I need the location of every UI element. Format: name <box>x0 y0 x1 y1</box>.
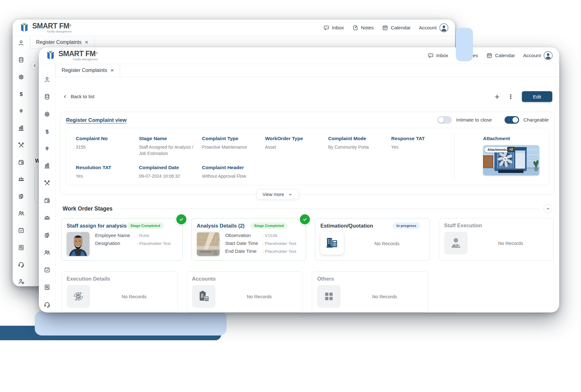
chargeable-label: Chargeable <box>524 117 549 123</box>
sidebar-item-profile[interactable] <box>43 76 51 83</box>
sidebar-item-finance[interactable] <box>43 128 51 135</box>
tab-bar: Register Complaints ✕ <box>56 64 559 77</box>
sidebar-item-wallet[interactable] <box>43 197 51 204</box>
back-to-list-link[interactable]: Back to list <box>63 94 94 99</box>
stage-card-title: Accounts <box>192 276 216 282</box>
sidebar-item-premium[interactable] <box>17 108 25 115</box>
nav-account[interactable]: Account <box>419 23 449 33</box>
account-avatar <box>439 23 449 33</box>
nav-calendar[interactable]: Calendar <box>486 52 515 59</box>
field-complaint-type: Complaint TypeProactive Maintenance <box>202 136 265 157</box>
nav-account[interactable]: Account <box>523 51 553 60</box>
sidebar-item-teams[interactable] <box>43 214 51 221</box>
sidebar-item-support[interactable] <box>43 301 51 308</box>
chargeable-toggle[interactable] <box>505 116 519 124</box>
attachment-thumbnail[interactable]: Attachments +2 <box>483 145 539 175</box>
stages-collapse-button[interactable] <box>543 204 552 213</box>
stage-card-others[interactable]: Others No Records <box>312 271 428 312</box>
sidebar-item-audit[interactable] <box>43 284 51 291</box>
sidebar <box>39 64 55 312</box>
inbox-icon <box>427 52 434 59</box>
sidebar <box>13 36 30 286</box>
staff-execution-icon <box>444 232 468 254</box>
sidebar-item-property[interactable] <box>17 125 25 132</box>
notes-icon <box>352 25 359 31</box>
divider <box>118 209 538 209</box>
brand-name: SMART FM <box>58 50 95 58</box>
field-stage-name: Stage NameStaff Assigned for Analysis / … <box>139 136 202 157</box>
sidebar-item-audit[interactable] <box>17 244 25 251</box>
sidebar-item-maintenance[interactable] <box>17 142 25 149</box>
chevron-down-icon <box>288 192 293 197</box>
nav-notes[interactable]: Notes <box>352 25 374 31</box>
attachment-column: Attachment Attachments +2 <box>454 134 549 179</box>
user-gear-icon <box>18 278 25 285</box>
stages-heading: Work Order Stages <box>63 205 112 212</box>
attachment-label: Attachment <box>483 136 549 141</box>
stage-card-staff-assign[interactable]: Staff assign for analysis Stage Complete… <box>61 218 183 261</box>
stage-cards-row-2: Execution Details No Records Accounts <box>60 271 555 312</box>
sidebar-item-wallet[interactable] <box>17 159 25 166</box>
detail-row: Observation: V1539 <box>225 233 296 238</box>
sidebar-item-customers[interactable] <box>43 249 51 256</box>
edit-button[interactable]: Edit <box>522 91 552 102</box>
header-nav: Inbox Notes Calendar Account <box>427 51 553 60</box>
sidebar-item-account-settings[interactable] <box>17 278 25 285</box>
stage-card-analysis-details[interactable]: Analysis Details (2) Stage Completed Obs… <box>191 218 306 261</box>
tab-close-icon[interactable]: ✕ <box>110 68 114 73</box>
sidebar-item-finance[interactable] <box>17 91 25 98</box>
analysis-photo <box>197 232 220 256</box>
sidebar-item-maintenance[interactable] <box>43 180 51 187</box>
stage-card-execution-details[interactable]: Execution Details No Records <box>61 271 178 312</box>
decorative-blue-tab <box>456 28 473 61</box>
chevron-up-icon <box>546 206 550 211</box>
stage-card-title: Execution Details <box>67 276 110 282</box>
toggle-knob <box>512 117 518 123</box>
stage-card-accounts[interactable]: Accounts No Records <box>187 271 303 312</box>
more-options-button[interactable]: ⋮ <box>508 94 514 100</box>
others-icon <box>317 285 341 308</box>
sidebar-collapse-button[interactable] <box>31 62 39 70</box>
sidebar-item-settings[interactable] <box>17 74 25 80</box>
sidebar-item-schedule[interactable] <box>17 227 25 234</box>
sidebar-item-property[interactable] <box>43 162 51 169</box>
sidebar-item-teams[interactable] <box>17 176 25 183</box>
nav-calendar[interactable]: Calendar <box>382 25 411 31</box>
sidebar-item-master-data[interactable] <box>17 56 25 63</box>
panel-title[interactable]: Register Complaint view <box>66 117 127 123</box>
no-records-text: No Records <box>221 294 298 299</box>
nav-inbox[interactable]: Inbox <box>427 52 448 59</box>
stage-card-estimation[interactable]: Estimation/Quotation In progress No Reco… <box>315 218 430 261</box>
sidebar-item-profile[interactable] <box>17 39 25 46</box>
sidebar-item-premium[interactable] <box>43 146 51 152</box>
sidebar-item-master-data[interactable] <box>43 93 51 100</box>
calendar-check-icon <box>44 266 51 273</box>
toggle-knob <box>438 117 444 123</box>
no-records-text: No Records <box>346 294 423 299</box>
sidebar-item-customers[interactable] <box>17 210 25 217</box>
stage-card-title: Others <box>317 276 334 282</box>
view-more-button[interactable]: View more <box>257 189 299 200</box>
registered-mark: ® <box>95 52 98 55</box>
detail-row: End Date Time: Placeholder Text <box>225 248 296 254</box>
add-button[interactable]: + <box>495 92 499 101</box>
tab-register-complaints[interactable]: Register Complaints ✕ <box>30 36 94 48</box>
account-avatar <box>543 51 553 60</box>
sidebar-item-support[interactable] <box>17 261 25 268</box>
headset-icon <box>44 301 51 308</box>
nav-inbox[interactable]: Inbox <box>323 25 344 31</box>
no-records-text: No Records <box>473 241 548 246</box>
inbox-icon <box>323 25 330 31</box>
intimate-to-close-toggle[interactable] <box>437 116 452 124</box>
decorative-light-blue-bar <box>35 311 227 336</box>
sidebar-item-billing[interactable] <box>43 232 51 239</box>
sidebar-item-settings[interactable] <box>43 111 51 118</box>
app-header: SMART FM® Facility Management Inbox Note… <box>39 47 559 64</box>
tab-register-complaints[interactable]: Register Complaints ✕ <box>56 64 120 77</box>
gear-icon <box>44 111 51 118</box>
sidebar-item-schedule[interactable] <box>43 266 51 273</box>
stage-card-staff-execution[interactable]: Staff Execution No Records <box>439 218 554 261</box>
tab-close-icon[interactable]: ✕ <box>85 40 88 45</box>
sidebar-item-billing[interactable] <box>17 193 25 200</box>
detail-row: Employee Name: Rohit <box>95 233 171 238</box>
